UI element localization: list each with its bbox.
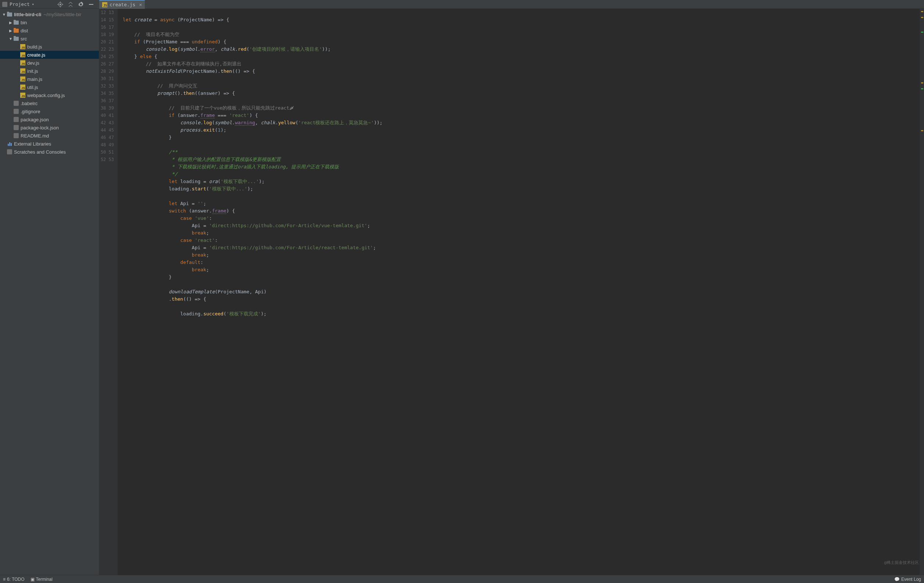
- tree-item--babelrc[interactable]: ▶.babelrc: [0, 99, 99, 107]
- project-label: Project: [10, 2, 30, 7]
- editor-tabs: JS create.js ×: [99, 0, 145, 9]
- tree-item-label: create.js: [27, 52, 45, 58]
- tree-item-label: main.js: [27, 76, 42, 82]
- watermark: @稀土掘金技术社区: [884, 560, 919, 565]
- js-file-icon: JS: [102, 2, 107, 7]
- tab-filename: create.js: [109, 2, 135, 7]
- tree-item--gitignore[interactable]: ▶.gitignore: [0, 107, 99, 116]
- tree-item-label: build.js: [27, 44, 42, 50]
- tree-item-src[interactable]: ▼src: [0, 35, 99, 43]
- top-toolbar: Project ▾ JS create.js ×: [0, 0, 924, 9]
- tree-item-webpack-config-js[interactable]: ▶JSwebpack.config.js: [0, 91, 99, 99]
- tree-item-label: Scratches and Consoles: [14, 149, 66, 155]
- hide-panel-icon[interactable]: [88, 2, 94, 7]
- tree-item-label: README.md: [21, 133, 49, 139]
- tree-item-dist[interactable]: ▶dist: [0, 26, 99, 35]
- close-tab-icon[interactable]: ×: [139, 2, 142, 7]
- tree-item-init-js[interactable]: ▶JSinit.js: [0, 67, 99, 75]
- tree-item-dev-js[interactable]: ▶JSdev.js: [0, 59, 99, 67]
- tree-item-label: dev.js: [27, 60, 39, 66]
- chevron-down-icon: ▼: [8, 37, 13, 41]
- chevron-right-icon: ▶: [8, 21, 13, 25]
- project-icon: [2, 2, 7, 7]
- tree-item-label: .babelrc: [21, 101, 38, 106]
- line-gutter: 12 13 14 15 16 17 18 19 20 21 22 23 24 2…: [99, 9, 118, 575]
- tree-item-build-js[interactable]: ▶JSbuild.js: [0, 43, 99, 51]
- tree-item-label: dist: [21, 28, 28, 33]
- collapse-all-icon[interactable]: [68, 2, 74, 7]
- tree-item-label: bin: [21, 20, 27, 25]
- tree-item-External-Libraries[interactable]: ▶External Libraries: [0, 140, 99, 148]
- tree-item-label: src: [21, 36, 27, 41]
- svg-point-1: [60, 4, 61, 5]
- tree-item-package-lock-json[interactable]: ▶package-lock.json: [0, 124, 99, 132]
- settings-gear-icon[interactable]: [78, 2, 84, 7]
- tree-root-name: little-bird-cli: [14, 12, 41, 17]
- tree-item-label: .gitignore: [21, 109, 40, 114]
- chevron-down-icon: ▼: [2, 13, 7, 17]
- code-content[interactable]: let create = async (ProjectName) => { //…: [118, 9, 920, 575]
- tree-item-package-json[interactable]: ▶package.json: [0, 116, 99, 124]
- event-log-button[interactable]: 💬 Event Log: [894, 577, 921, 582]
- terminal-icon: ▣: [31, 577, 35, 582]
- tree-root-path: ~/mySites/little-bir: [43, 12, 81, 17]
- main-area: ▼little-bird-cli~/mySites/little-bir▶bin…: [0, 9, 924, 575]
- tab-create-js[interactable]: JS create.js ×: [99, 0, 145, 9]
- tree-item-label: package-lock.json: [21, 125, 59, 130]
- tree-item-label: util.js: [27, 84, 38, 90]
- list-icon: ≡: [3, 577, 5, 582]
- project-panel-header[interactable]: Project ▾: [0, 2, 99, 7]
- tree-item-main-js[interactable]: ▶JSmain.js: [0, 75, 99, 83]
- dropdown-arrow-icon: ▾: [32, 2, 34, 6]
- project-tree[interactable]: ▼little-bird-cli~/mySites/little-bir▶bin…: [0, 9, 99, 575]
- tree-item-label: webpack.config.js: [27, 92, 65, 98]
- code-editor[interactable]: 12 13 14 15 16 17 18 19 20 21 22 23 24 2…: [99, 9, 924, 575]
- tree-item-label: package.json: [21, 117, 49, 122]
- speech-icon: 💬: [894, 577, 900, 582]
- tree-root[interactable]: ▼little-bird-cli~/mySites/little-bir: [0, 10, 99, 18]
- tree-item-bin[interactable]: ▶bin: [0, 18, 99, 26]
- tree-item-label: init.js: [27, 68, 38, 74]
- tree-item-util-js[interactable]: ▶JSutil.js: [0, 83, 99, 91]
- tree-item-Scratches-and-Consoles[interactable]: ▶Scratches and Consoles: [0, 148, 99, 156]
- status-bar: ≡ 6: TODO ▣ Terminal 💬 Event Log: [0, 575, 924, 583]
- todo-tool-button[interactable]: ≡ 6: TODO: [3, 577, 25, 582]
- chevron-right-icon: ▶: [8, 29, 13, 33]
- locate-icon[interactable]: [57, 2, 63, 7]
- marks: [920, 9, 923, 575]
- tree-item-create-js[interactable]: ▶JScreate.js: [0, 51, 99, 59]
- terminal-tool-button[interactable]: ▣ Terminal: [31, 577, 53, 582]
- tree-item-README-md[interactable]: ▶README.md: [0, 132, 99, 140]
- tree-item-label: External Libraries: [14, 141, 51, 147]
